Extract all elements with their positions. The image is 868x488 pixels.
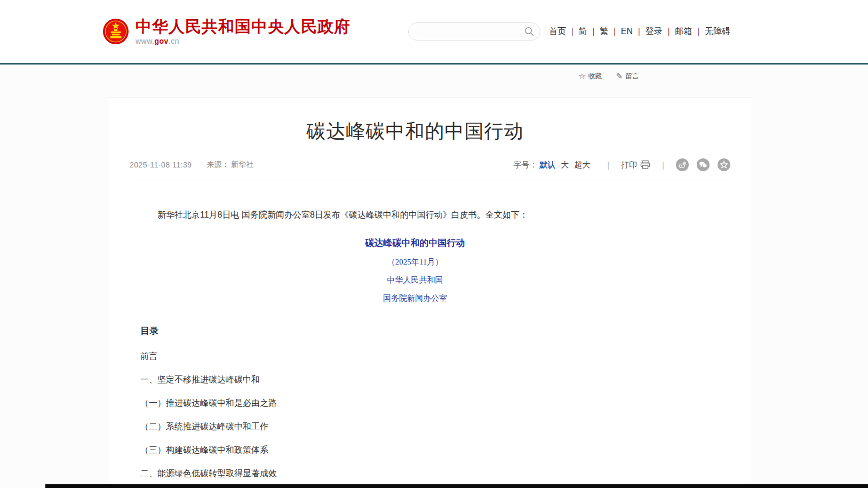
nav-separator: | [668, 27, 670, 36]
search-box [408, 22, 540, 41]
toolbar-separator: | [607, 161, 609, 170]
nav-home[interactable]: 首页 [549, 26, 566, 37]
toc-item: 一、坚定不移推进碳达峰碳中和 [140, 375, 690, 384]
bottom-edge-bar [45, 484, 868, 488]
nav-separator: | [697, 27, 699, 36]
doc-org-line2: 国务院新闻办公室 [140, 293, 690, 303]
nav-simplified[interactable]: 简 [579, 26, 587, 37]
article-card: 碳达峰碳中和的中国行动 2025-11-08 11:39 来源： 新华社 字号：… [108, 98, 752, 488]
toc-item: （一）推进碳达峰碳中和是必由之路 [140, 399, 690, 407]
article-title: 碳达峰碳中和的中国行动 [140, 119, 690, 142]
site-title: 中华人民共和国中央人民政府 [136, 18, 351, 35]
nav-separator: | [571, 27, 574, 36]
font-size-label: 字号： [513, 160, 537, 170]
toc-item: 二、能源绿色低碳转型取得显著成效 [140, 469, 690, 478]
star-icon: ☆ [578, 71, 585, 81]
share-qzone-button[interactable] [718, 158, 730, 171]
wechat-icon [699, 161, 707, 169]
share-weibo-button[interactable] [676, 158, 689, 171]
nav-english[interactable]: EN [621, 27, 633, 36]
nav-login[interactable]: 登录 [646, 26, 663, 37]
font-size-xlarge-button[interactable]: 超大 [574, 160, 590, 170]
nav-accessibility[interactable]: 无障碍 [705, 26, 730, 37]
article-source: 来源： 新华社 [206, 160, 253, 170]
site-header: 中华人民共和国中央人民政府 www.gov.cn 首页 | 简 | 繁 | EN… [0, 0, 868, 65]
toc-item: （二）系统推进碳达峰碳中和工作 [140, 422, 690, 431]
print-label: 打印 [621, 160, 637, 170]
url-gov: gov [154, 37, 168, 45]
url-suffix: .cn [169, 37, 179, 45]
nav-separator: | [614, 27, 616, 36]
source-value: 新华社 [231, 160, 253, 169]
toc-heading: 目录 [140, 325, 690, 337]
toolbar-separator: | [662, 161, 664, 170]
article-date: 2025-11-08 11:39 [130, 161, 192, 169]
site-brand[interactable]: 中华人民共和国中央人民政府 www.gov.cn [102, 18, 351, 45]
doc-org-line1: 中华人民共和国 [140, 275, 690, 285]
share-wechat-button[interactable] [697, 158, 710, 171]
url-prefix: www. [136, 37, 154, 45]
site-url: www.gov.cn [136, 37, 351, 45]
page-actions-row: ☆ 收藏 ✎ 留言 [0, 71, 639, 81]
nav-mail[interactable]: 邮箱 [675, 26, 692, 37]
toc-item: （三）构建碳达峰碳中和政策体系 [140, 446, 690, 454]
pencil-icon: ✎ [616, 71, 623, 81]
message-button[interactable]: ✎ 留言 [616, 71, 639, 81]
share-group [676, 158, 730, 171]
search-icon[interactable] [524, 26, 535, 37]
favorite-button[interactable]: ☆ 收藏 [578, 71, 602, 81]
favorite-label: 收藏 [588, 71, 602, 81]
qzone-star-icon [720, 161, 728, 169]
intro-paragraph: 新华社北京11月8日电 国务院新闻办公室8日发布《碳达峰碳中和的中国行动》白皮书… [140, 208, 690, 222]
nav-traditional[interactable]: 繁 [600, 26, 608, 37]
font-size-large-button[interactable]: 大 [561, 160, 569, 170]
article-meta-row: 2025-11-08 11:39 来源： 新华社 字号： 默认 大 超大 | 打… [130, 158, 730, 180]
print-button[interactable]: 打印 [621, 160, 650, 170]
national-emblem-icon [102, 18, 129, 45]
font-size-default-button[interactable]: 默认 [539, 160, 555, 170]
toc-item: 前言 [140, 352, 690, 361]
weibo-icon [678, 161, 687, 169]
doc-date: （2025年11月） [140, 257, 690, 267]
nav-separator: | [593, 27, 595, 36]
search-input[interactable] [417, 27, 524, 36]
message-label: 留言 [625, 71, 639, 81]
printer-icon [640, 160, 650, 170]
top-nav: 首页 | 简 | 繁 | EN | 登录 | 邮箱 | 无障碍 [549, 26, 730, 37]
source-label: 来源： [206, 160, 229, 169]
nav-separator: | [638, 27, 640, 36]
article-body: 新华社北京11月8日电 国务院新闻办公室8日发布《碳达峰碳中和的中国行动》白皮书… [140, 208, 690, 488]
doc-title: 碳达峰碳中和的中国行动 [140, 237, 690, 249]
